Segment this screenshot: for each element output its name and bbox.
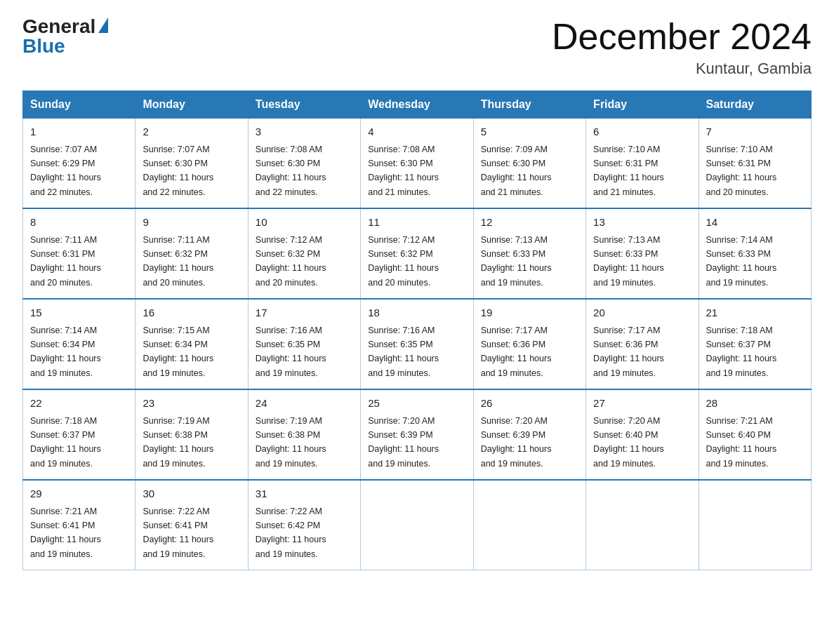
day-number: 6	[593, 124, 691, 140]
week-row-5: 29Sunrise: 7:21 AMSunset: 6:41 PMDayligh…	[23, 480, 812, 570]
header-sunday: Sunday	[23, 91, 135, 119]
calendar-cell: 8Sunrise: 7:11 AMSunset: 6:31 PMDaylight…	[23, 208, 135, 299]
day-number: 26	[481, 396, 578, 412]
day-number: 24	[256, 396, 353, 412]
day-number: 5	[481, 124, 578, 140]
day-number: 28	[706, 396, 804, 412]
calendar-cell	[586, 480, 699, 570]
day-number: 7	[706, 124, 804, 140]
day-number: 21	[706, 305, 804, 321]
day-number: 27	[593, 396, 691, 412]
day-info: Sunrise: 7:20 AMSunset: 6:39 PMDaylight:…	[368, 416, 439, 469]
day-info: Sunrise: 7:13 AMSunset: 6:33 PMDaylight:…	[593, 235, 664, 288]
day-number: 9	[143, 215, 240, 231]
day-info: Sunrise: 7:13 AMSunset: 6:33 PMDaylight:…	[481, 235, 552, 288]
calendar-cell: 6Sunrise: 7:10 AMSunset: 6:31 PMDaylight…	[586, 119, 699, 209]
calendar-cell: 1Sunrise: 7:07 AMSunset: 6:29 PMDaylight…	[23, 119, 135, 209]
day-number: 29	[30, 486, 128, 502]
calendar-cell: 18Sunrise: 7:16 AMSunset: 6:35 PMDayligh…	[361, 299, 473, 389]
calendar-cell: 19Sunrise: 7:17 AMSunset: 6:36 PMDayligh…	[473, 299, 585, 389]
day-info: Sunrise: 7:16 AMSunset: 6:35 PMDaylight:…	[368, 326, 439, 378]
calendar-cell	[699, 480, 811, 570]
day-number: 25	[368, 396, 465, 412]
page-header: General Blue December 2024 Kuntaur, Gamb…	[22, 17, 812, 78]
day-info: Sunrise: 7:15 AMSunset: 6:34 PMDaylight:…	[143, 326, 213, 378]
day-number: 20	[593, 305, 691, 321]
calendar-cell: 2Sunrise: 7:07 AMSunset: 6:30 PMDaylight…	[135, 119, 248, 209]
day-info: Sunrise: 7:14 AMSunset: 6:34 PMDaylight:…	[30, 326, 101, 378]
header-saturday: Saturday	[699, 91, 811, 119]
day-number: 16	[143, 305, 240, 321]
day-info: Sunrise: 7:11 AMSunset: 6:31 PMDaylight:…	[30, 235, 101, 288]
calendar-cell: 31Sunrise: 7:22 AMSunset: 6:42 PMDayligh…	[248, 480, 360, 570]
calendar-cell: 14Sunrise: 7:14 AMSunset: 6:33 PMDayligh…	[699, 208, 811, 299]
day-number: 8	[30, 215, 128, 231]
header-thursday: Thursday	[473, 91, 585, 119]
calendar-cell: 4Sunrise: 7:08 AMSunset: 6:30 PMDaylight…	[361, 119, 473, 209]
day-info: Sunrise: 7:16 AMSunset: 6:35 PMDaylight:…	[256, 326, 326, 378]
day-number: 14	[706, 215, 804, 231]
day-info: Sunrise: 7:20 AMSunset: 6:40 PMDaylight:…	[593, 416, 664, 469]
calendar-table: SundayMondayTuesdayWednesdayThursdayFrid…	[22, 90, 812, 570]
calendar-cell: 16Sunrise: 7:15 AMSunset: 6:34 PMDayligh…	[135, 299, 248, 389]
calendar-cell: 5Sunrise: 7:09 AMSunset: 6:30 PMDaylight…	[473, 119, 585, 209]
day-info: Sunrise: 7:10 AMSunset: 6:31 PMDaylight:…	[593, 145, 664, 197]
day-info: Sunrise: 7:10 AMSunset: 6:31 PMDaylight:…	[706, 145, 777, 197]
day-number: 2	[143, 124, 240, 140]
week-row-1: 1Sunrise: 7:07 AMSunset: 6:29 PMDaylight…	[23, 119, 812, 209]
day-info: Sunrise: 7:22 AMSunset: 6:41 PMDaylight:…	[143, 507, 213, 559]
calendar-cell: 23Sunrise: 7:19 AMSunset: 6:38 PMDayligh…	[135, 389, 248, 480]
day-number: 12	[481, 215, 578, 231]
day-number: 17	[256, 305, 353, 321]
calendar-location: Kuntaur, Gambia	[552, 60, 812, 78]
day-number: 13	[593, 215, 691, 231]
day-number: 19	[481, 305, 578, 321]
day-number: 3	[256, 124, 353, 140]
day-info: Sunrise: 7:21 AMSunset: 6:40 PMDaylight:…	[706, 416, 777, 469]
day-number: 11	[368, 215, 465, 231]
day-info: Sunrise: 7:22 AMSunset: 6:42 PMDaylight:…	[256, 507, 326, 559]
week-row-3: 15Sunrise: 7:14 AMSunset: 6:34 PMDayligh…	[23, 299, 812, 389]
day-info: Sunrise: 7:14 AMSunset: 6:33 PMDaylight:…	[706, 235, 777, 288]
day-info: Sunrise: 7:07 AMSunset: 6:29 PMDaylight:…	[30, 145, 101, 197]
calendar-cell: 7Sunrise: 7:10 AMSunset: 6:31 PMDaylight…	[699, 119, 811, 209]
calendar-cell: 26Sunrise: 7:20 AMSunset: 6:39 PMDayligh…	[473, 389, 585, 480]
calendar-cell: 28Sunrise: 7:21 AMSunset: 6:40 PMDayligh…	[699, 389, 811, 480]
day-number: 10	[256, 215, 353, 231]
calendar-cell: 9Sunrise: 7:11 AMSunset: 6:32 PMDaylight…	[135, 208, 248, 299]
logo-triangle-icon	[98, 18, 108, 33]
calendar-cell: 30Sunrise: 7:22 AMSunset: 6:41 PMDayligh…	[135, 480, 248, 570]
calendar-cell: 10Sunrise: 7:12 AMSunset: 6:32 PMDayligh…	[248, 208, 360, 299]
day-info: Sunrise: 7:08 AMSunset: 6:30 PMDaylight:…	[368, 145, 439, 197]
calendar-cell	[361, 480, 473, 570]
calendar-cell	[473, 480, 585, 570]
day-number: 18	[368, 305, 465, 321]
logo-general-text: General	[22, 17, 95, 36]
day-info: Sunrise: 7:07 AMSunset: 6:30 PMDaylight:…	[143, 145, 213, 197]
day-info: Sunrise: 7:21 AMSunset: 6:41 PMDaylight:…	[30, 507, 101, 559]
calendar-cell: 3Sunrise: 7:08 AMSunset: 6:30 PMDaylight…	[248, 119, 360, 209]
logo: General Blue	[22, 17, 108, 56]
day-number: 4	[368, 124, 465, 140]
calendar-cell: 21Sunrise: 7:18 AMSunset: 6:37 PMDayligh…	[699, 299, 811, 389]
logo-blue-text: Blue	[22, 36, 65, 56]
calendar-cell: 13Sunrise: 7:13 AMSunset: 6:33 PMDayligh…	[586, 208, 699, 299]
header-friday: Friday	[586, 91, 699, 119]
day-info: Sunrise: 7:17 AMSunset: 6:36 PMDaylight:…	[481, 326, 552, 378]
day-info: Sunrise: 7:08 AMSunset: 6:30 PMDaylight:…	[256, 145, 326, 197]
header-tuesday: Tuesday	[248, 91, 360, 119]
day-info: Sunrise: 7:19 AMSunset: 6:38 PMDaylight:…	[256, 416, 326, 469]
calendar-header-row: SundayMondayTuesdayWednesdayThursdayFrid…	[23, 91, 812, 119]
calendar-cell: 15Sunrise: 7:14 AMSunset: 6:34 PMDayligh…	[23, 299, 135, 389]
calendar-cell: 17Sunrise: 7:16 AMSunset: 6:35 PMDayligh…	[248, 299, 360, 389]
day-number: 1	[30, 124, 128, 140]
day-number: 31	[256, 486, 353, 502]
day-info: Sunrise: 7:11 AMSunset: 6:32 PMDaylight:…	[143, 235, 213, 288]
calendar-cell: 22Sunrise: 7:18 AMSunset: 6:37 PMDayligh…	[23, 389, 135, 480]
day-info: Sunrise: 7:18 AMSunset: 6:37 PMDaylight:…	[30, 416, 101, 469]
day-info: Sunrise: 7:17 AMSunset: 6:36 PMDaylight:…	[593, 326, 664, 378]
day-info: Sunrise: 7:20 AMSunset: 6:39 PMDaylight:…	[481, 416, 552, 469]
calendar-title: December 2024	[552, 17, 812, 57]
header-monday: Monday	[135, 91, 248, 119]
calendar-cell: 27Sunrise: 7:20 AMSunset: 6:40 PMDayligh…	[586, 389, 699, 480]
